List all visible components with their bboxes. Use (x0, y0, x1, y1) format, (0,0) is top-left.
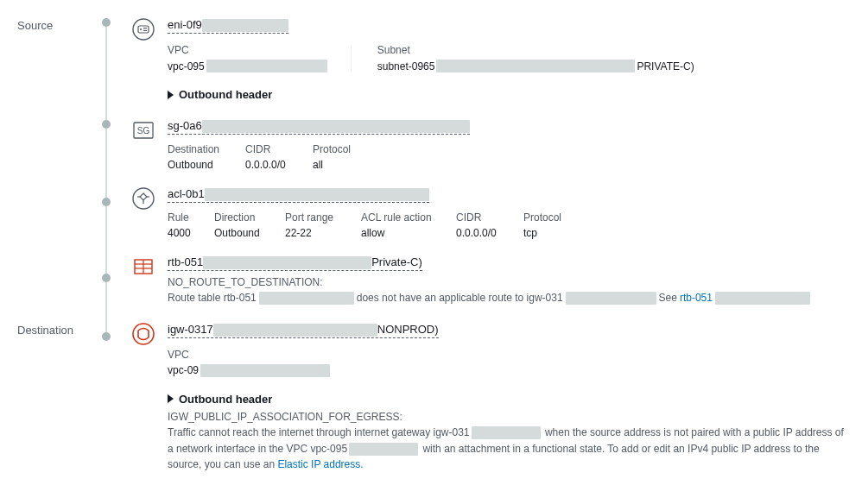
acl-title[interactable]: acl-0b1 (168, 186, 429, 203)
rtb-link[interactable]: rtb-051 (680, 290, 713, 306)
timeline (93, 17, 119, 488)
timeline-dot (102, 18, 111, 27)
eni-icon (131, 17, 155, 41)
svg-point-7 (133, 188, 154, 209)
svg-point-15 (133, 324, 154, 344)
igw-error-code: IGW_PUBLIC_IP_ASSOCIATION_FOR_EGRESS: (168, 411, 845, 423)
outbound-header-toggle[interactable]: Outbound header (168, 88, 845, 101)
igw-title[interactable]: igw-0317NONPROD) (168, 322, 439, 338)
svg-rect-4 (143, 30, 147, 31)
svg-point-0 (133, 19, 154, 40)
igw-icon (131, 322, 155, 346)
svg-text:SG: SG (137, 126, 150, 135)
igw-vpc-label: VPC (168, 349, 330, 361)
eni-title[interactable]: eni-0f9 (168, 17, 288, 34)
igw-outbound-header-toggle[interactable]: Outbound header (168, 393, 845, 406)
acl-rules-table: Rule Direction Port range ACL rule actio… (168, 211, 845, 239)
svg-point-2 (140, 28, 142, 30)
routetable-icon (131, 255, 155, 279)
subnet-value: subnet-0965PRIVATE-C) (377, 60, 694, 72)
sg-icon: SG (131, 118, 155, 142)
timeline-dot (102, 198, 111, 206)
igw-error-text: Traffic cannot reach the internet throug… (168, 425, 845, 473)
source-label: Source (17, 17, 86, 118)
timeline-dot (102, 274, 111, 282)
rtb-error-code: NO_ROUTE_TO_DESTINATION: (168, 276, 845, 288)
sg-rules-table: Destination CIDR Protocol Outbound 0.0.0… (168, 143, 845, 171)
chevron-right-icon (168, 394, 174, 403)
rtb-title[interactable]: rtb-051Private-C) (168, 255, 422, 271)
igw-vpc-value: vpc-09 (168, 364, 330, 377)
timeline-dot (102, 332, 111, 341)
sg-title[interactable]: sg-0a6 (168, 118, 470, 135)
acl-icon (131, 186, 155, 211)
rtb-error-text: Route table rtb-051 does not have an app… (168, 290, 845, 306)
vpc-value: vpc-095 (168, 60, 327, 72)
destination-label: Destination (17, 322, 86, 488)
svg-rect-1 (138, 26, 149, 33)
subnet-label: Subnet (377, 44, 694, 56)
elastic-ip-link[interactable]: Elastic IP address. (277, 458, 363, 470)
timeline-dot (102, 120, 111, 129)
chevron-right-icon (168, 91, 174, 99)
svg-rect-3 (143, 28, 147, 28)
vpc-label: VPC (168, 44, 327, 56)
